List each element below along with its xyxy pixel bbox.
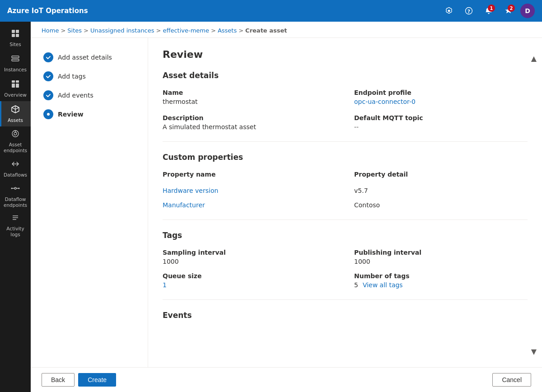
svg-rect-4: [12, 34, 15, 37]
custom-properties-header: Property name Property detail: [163, 171, 528, 180]
tags-grid-1: Sampling interval 1000 Publishing interv…: [163, 249, 528, 265]
section-events-title: Events: [163, 311, 528, 320]
queue-value: 1: [163, 281, 336, 289]
create-button[interactable]: Create: [78, 373, 116, 387]
step-circle-1: [43, 52, 53, 62]
back-button[interactable]: Back: [42, 373, 75, 387]
mqtt-label: Default MQTT topic: [354, 114, 528, 121]
description-label: Description: [163, 114, 336, 121]
svg-point-15: [11, 188, 13, 189]
breadcrumb-effective-meme[interactable]: effective-meme: [163, 27, 209, 34]
scroll-up-indicator: ▲: [531, 54, 537, 63]
breadcrumb-home[interactable]: Home: [42, 27, 59, 34]
mqtt-value: --: [354, 123, 528, 131]
notifications2-button[interactable]: 2: [500, 3, 517, 19]
assets-icon: [11, 105, 20, 116]
breadcrumb-assets[interactable]: Assets: [218, 27, 237, 34]
review-title: Review: [163, 49, 528, 60]
section-asset-details-title: Asset details: [163, 71, 528, 80]
svg-rect-10: [12, 84, 15, 88]
breadcrumb: Home > Sites > Unassigned instances > ef…: [31, 22, 542, 38]
main-layout: Sites Instances Overview: [0, 22, 542, 392]
activity-logs-icon: [11, 213, 20, 224]
name-label: Name: [163, 89, 336, 96]
property-row-1: Manufacturer Contoso: [163, 201, 528, 209]
svg-point-13: [14, 132, 17, 135]
cancel-button[interactable]: Cancel: [492, 373, 531, 387]
overview-icon: [11, 79, 20, 90]
dataflows-icon: [11, 159, 20, 170]
detail-endpoint: Endpoint profile opc-ua-connector-0: [354, 89, 528, 105]
property-value-0: v5.7: [354, 187, 528, 194]
svg-text:?: ?: [467, 9, 470, 14]
asset-details-grid: Name thermostat Endpoint profile opc-ua-…: [163, 89, 528, 131]
step-label-3: Add events: [58, 92, 93, 99]
notifications1-badge: 1: [488, 5, 495, 12]
divider-2: [163, 219, 528, 220]
sidebar-item-assets[interactable]: Assets: [0, 101, 31, 126]
sidebar-label-dataflow-endpoints: Dataflow endpoints: [2, 196, 29, 208]
section-tags-title: Tags: [163, 231, 528, 240]
sidebar-item-dataflows[interactable]: Dataflows: [0, 156, 31, 181]
endpoint-label: Endpoint profile: [354, 89, 528, 96]
publishing-label: Publishing interval: [354, 249, 528, 256]
step-circle-3: [43, 90, 53, 100]
wizard-step-review[interactable]: Review: [38, 106, 140, 123]
property-name-header: Property name: [163, 171, 336, 178]
notifications1-button[interactable]: 1: [481, 3, 497, 19]
svg-rect-9: [16, 80, 19, 83]
divider-1: [163, 141, 528, 142]
settings-button[interactable]: [441, 3, 457, 19]
property-value-1: Contoso: [354, 201, 528, 209]
detail-queue: Queue size 1: [163, 272, 336, 289]
svg-rect-7: [12, 59, 19, 61]
svg-rect-11: [16, 84, 19, 88]
step-circle-2: [43, 71, 53, 81]
instances-icon: [11, 54, 20, 65]
view-all-tags-link[interactable]: View all tags: [363, 281, 403, 289]
step-circle-4: [43, 109, 53, 119]
num-tags-label: Number of tags: [354, 272, 528, 280]
name-value: thermostat: [163, 98, 336, 105]
notifications2-badge: 2: [508, 5, 515, 12]
sidebar-item-sites[interactable]: Sites: [0, 25, 31, 51]
queue-label: Queue size: [163, 272, 336, 280]
wizard-sidebar: Add asset details Add tags Add events: [31, 38, 148, 367]
user-avatar[interactable]: D: [520, 4, 535, 18]
asset-endpoints-icon: [11, 129, 20, 140]
sidebar-item-activity-logs[interactable]: Activity logs: [0, 210, 31, 240]
sidebar: Sites Instances Overview: [0, 22, 31, 392]
breadcrumb-current: Create asset: [245, 27, 287, 34]
sidebar-label-activity-logs: Activity logs: [2, 226, 29, 237]
svg-rect-5: [16, 34, 19, 37]
divider-3: [163, 299, 528, 300]
sidebar-item-instances[interactable]: Instances: [0, 51, 31, 76]
section-custom-properties-title: Custom properties: [163, 153, 528, 162]
sidebar-label-instances: Instances: [4, 67, 27, 73]
sidebar-item-overview[interactable]: Overview: [0, 76, 31, 101]
breadcrumb-unassigned[interactable]: Unassigned instances: [90, 27, 154, 34]
property-name-1: Manufacturer: [163, 201, 336, 209]
wizard-step-add-events[interactable]: Add events: [38, 87, 140, 104]
footer: Back Create Cancel: [31, 367, 542, 392]
detail-sampling: Sampling interval 1000: [163, 249, 336, 265]
property-detail-header: Property detail: [354, 171, 528, 178]
breadcrumb-sites[interactable]: Sites: [67, 27, 82, 34]
app-title: Azure IoT Operations: [7, 7, 441, 15]
svg-rect-8: [12, 80, 15, 83]
num-tags-value: 5: [354, 281, 358, 289]
description-value: A simulated thermostat asset: [163, 123, 336, 131]
sidebar-item-dataflow-endpoints[interactable]: Dataflow endpoints: [0, 181, 31, 210]
sidebar-label-overview: Overview: [4, 92, 26, 98]
help-button[interactable]: ?: [461, 3, 477, 19]
sidebar-item-asset-endpoints[interactable]: Asset endpoints: [0, 126, 31, 156]
step-label-1: Add asset details: [58, 54, 112, 61]
wizard-step-add-tags[interactable]: Add tags: [38, 68, 140, 85]
property-name-0: Hardware version: [163, 187, 336, 194]
sampling-label: Sampling interval: [163, 249, 336, 256]
detail-num-tags: Number of tags 5 View all tags: [354, 272, 528, 289]
wizard-step-add-asset-details[interactable]: Add asset details: [38, 49, 140, 66]
step-label-4: Review: [58, 111, 84, 118]
svg-rect-2: [12, 30, 15, 33]
detail-description: Description A simulated thermostat asset: [163, 114, 336, 131]
